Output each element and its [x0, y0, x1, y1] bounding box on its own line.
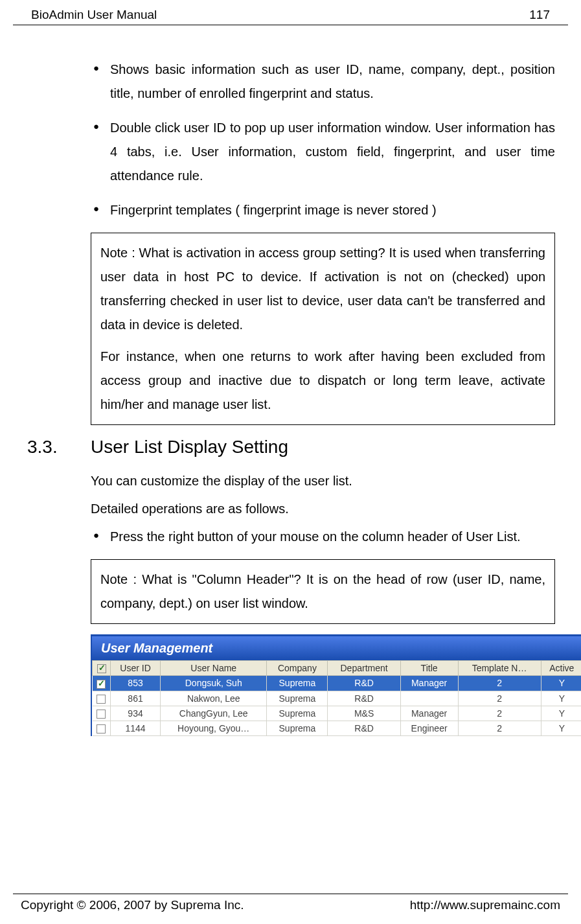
bullet-item: Double click user ID to pop up user info…: [91, 116, 555, 188]
cell-department: M&S: [328, 706, 400, 721]
cell-department: R&D: [328, 676, 400, 691]
footer-url: http://www.supremainc.com: [410, 898, 560, 912]
checkbox-icon[interactable]: [97, 664, 106, 673]
section-heading: 3.3. User List Display Setting: [26, 437, 555, 457]
cell-userid: 861: [111, 691, 161, 706]
section-number: 3.3.: [26, 437, 91, 457]
cell-active: Y: [541, 691, 581, 706]
cell-template: 2: [458, 691, 541, 706]
page-footer: Copyright © 2006, 2007 by Suprema Inc. h…: [13, 894, 568, 912]
cell-company: Suprema: [267, 691, 328, 706]
note-paragraph: Note : What is "Column Header"? It is on…: [100, 568, 545, 616]
column-header-checkbox[interactable]: [93, 661, 111, 676]
row-checkbox-cell[interactable]: [93, 691, 111, 706]
checkbox-icon[interactable]: [97, 724, 106, 733]
cell-title: Manager: [400, 706, 458, 721]
page-number: 117: [529, 8, 550, 22]
column-header-username[interactable]: User Name: [161, 661, 267, 676]
manual-title: BioAdmin User Manual: [31, 8, 157, 22]
cell-active: Y: [541, 706, 581, 721]
cell-active: Y: [541, 721, 581, 736]
bullet-list-top: Shows basic information such as user ID,…: [26, 58, 555, 222]
table-row[interactable]: 853Dongsuk, SuhSupremaR&DManager2Y: [93, 676, 582, 691]
cell-username: Hoyoung, Gyou…: [161, 721, 267, 736]
row-checkbox-cell[interactable]: [93, 706, 111, 721]
cell-username: ChangGyun, Lee: [161, 706, 267, 721]
row-checkbox-cell[interactable]: [93, 721, 111, 736]
user-management-screenshot: User Management User ID User Name Compan…: [91, 634, 581, 736]
cell-template: 2: [458, 706, 541, 721]
column-header-row[interactable]: User ID User Name Company Department Tit…: [93, 661, 582, 676]
bullet-item: Fingerprint templates ( fingerprint imag…: [91, 198, 555, 222]
cell-username: Nakwon, Lee: [161, 691, 267, 706]
row-checkbox-cell[interactable]: [93, 676, 111, 691]
checkbox-icon[interactable]: [97, 680, 106, 689]
cell-username: Dongsuk, Suh: [161, 676, 267, 691]
cell-title: Engineer: [400, 721, 458, 736]
checkbox-icon[interactable]: [97, 695, 106, 704]
body-text: Detailed operations are as follows.: [26, 497, 555, 521]
window-titlebar: User Management: [92, 636, 581, 660]
column-header-template[interactable]: Template N…: [458, 661, 541, 676]
column-header-company[interactable]: Company: [267, 661, 328, 676]
section-title: User List Display Setting: [91, 437, 288, 457]
cell-company: Suprema: [267, 706, 328, 721]
column-header-department[interactable]: Department: [328, 661, 400, 676]
bullet-item: Shows basic information such as user ID,…: [91, 58, 555, 106]
cell-company: Suprema: [267, 676, 328, 691]
column-header-title[interactable]: Title: [400, 661, 458, 676]
table-row[interactable]: 1144Hoyoung, Gyou…SupremaR&DEngineer2Y: [93, 721, 582, 736]
cell-userid: 934: [111, 706, 161, 721]
cell-title: [400, 691, 458, 706]
checkbox-icon[interactable]: [97, 710, 106, 719]
cell-userid: 853: [111, 676, 161, 691]
body-text: You can customize the display of the use…: [26, 469, 555, 493]
note-paragraph: For instance, when one returns to work a…: [100, 345, 545, 417]
page-header: BioAdmin User Manual 117: [13, 0, 568, 25]
table-row[interactable]: 934ChangGyun, LeeSupremaM&SManager2Y: [93, 706, 582, 721]
note-box-column-header: Note : What is "Column Header"? It is on…: [91, 559, 555, 624]
cell-company: Suprema: [267, 721, 328, 736]
bullet-item: Press the right button of your mouse on …: [91, 525, 555, 549]
table-row[interactable]: 861Nakwon, LeeSupremaR&D2Y: [93, 691, 582, 706]
cell-department: R&D: [328, 691, 400, 706]
cell-department: R&D: [328, 721, 400, 736]
note-paragraph: Note : What is activation in access grou…: [100, 241, 545, 337]
user-list-table: User ID User Name Company Department Tit…: [92, 660, 581, 736]
copyright-text: Copyright © 2006, 2007 by Suprema Inc.: [21, 898, 244, 912]
note-box-activation: Note : What is activation in access grou…: [91, 233, 555, 425]
bullet-list-mid: Press the right button of your mouse on …: [26, 525, 555, 549]
column-header-active[interactable]: Active: [541, 661, 581, 676]
cell-active: Y: [541, 676, 581, 691]
cell-template: 2: [458, 676, 541, 691]
column-header-userid[interactable]: User ID: [111, 661, 161, 676]
cell-template: 2: [458, 721, 541, 736]
page-content: Shows basic information such as user ID,…: [0, 25, 581, 736]
cell-userid: 1144: [111, 721, 161, 736]
cell-title: Manager: [400, 676, 458, 691]
